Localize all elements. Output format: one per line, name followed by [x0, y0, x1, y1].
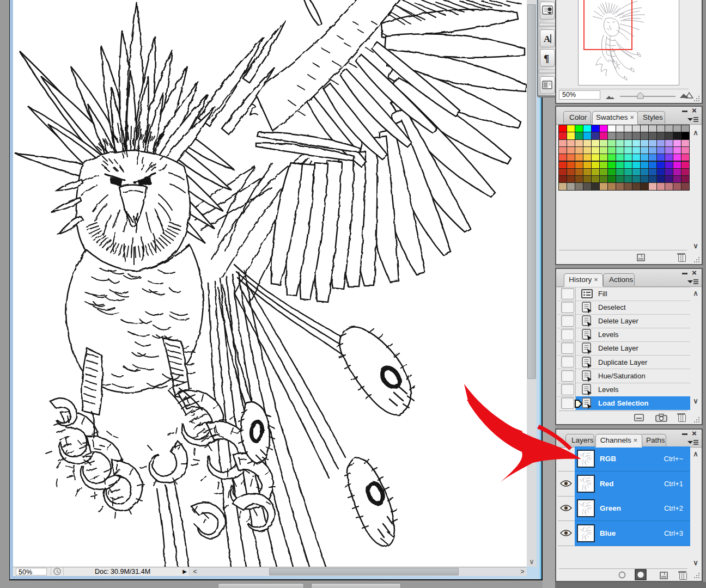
svg-text:A: A	[544, 34, 551, 44]
svg-text:¶: ¶	[544, 53, 549, 64]
